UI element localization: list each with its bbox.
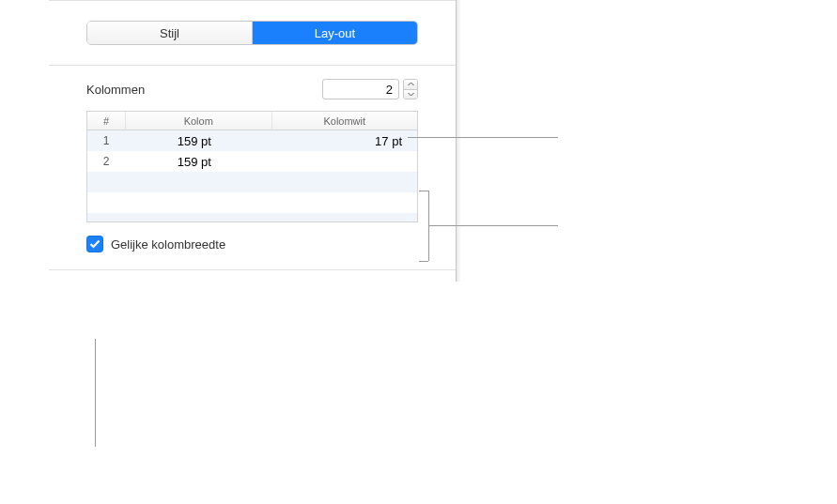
columns-step-down[interactable] (404, 89, 417, 99)
cell-num: 2 (87, 151, 125, 172)
table-header: # Kolom Kolomwit (87, 112, 417, 130)
equal-width-row: Gelijke kolombreedte (86, 236, 418, 252)
cell-kolom: 159 pt (125, 151, 264, 172)
col-header-kolomwit[interactable]: Kolomwit (271, 112, 418, 130)
callout-line (428, 225, 558, 226)
table-empty-area (87, 172, 417, 222)
columns-label: Kolommen (86, 83, 145, 97)
callout-line (95, 339, 96, 447)
table-row[interactable]: 2 159 pt (87, 151, 417, 172)
callout-line (408, 137, 558, 138)
columns-table: # Kolom Kolomwit 1 159 pt 17 pt 2 159 pt (86, 111, 418, 222)
tab-bar: Stijl Lay-out (86, 21, 418, 45)
inspector-panel: Stijl Lay-out Kolommen # Kolom Kolomwit (49, 0, 457, 282)
tab-layout[interactable]: Lay-out (252, 22, 417, 44)
equal-width-checkbox[interactable] (86, 236, 103, 252)
cell-kolom: 159 pt (125, 130, 264, 151)
columns-section: Kolommen # Kolom Kolomwit 1 159 pt 17 pt (49, 66, 456, 252)
cell-num: 1 (87, 130, 125, 151)
columns-stepper (322, 79, 418, 99)
columns-row: Kolommen (86, 79, 418, 99)
callout-line (419, 261, 428, 262)
divider (49, 0, 456, 1)
col-header-num[interactable]: # (87, 112, 125, 130)
tab-style-label: Stijl (160, 26, 179, 40)
cell-kolomwit (264, 151, 418, 172)
equal-width-label: Gelijke kolombreedte (111, 237, 225, 252)
columns-input[interactable] (322, 79, 399, 99)
columns-stepper-buttons (403, 79, 418, 99)
tab-layout-label: Lay-out (315, 26, 355, 40)
tab-style[interactable]: Stijl (87, 22, 252, 44)
callout-line (419, 191, 428, 191)
columns-step-up[interactable] (404, 80, 417, 89)
table-row[interactable]: 1 159 pt 17 pt (87, 130, 417, 151)
col-header-kolom[interactable]: Kolom (125, 112, 271, 130)
cell-kolomwit: 17 pt (264, 130, 418, 151)
